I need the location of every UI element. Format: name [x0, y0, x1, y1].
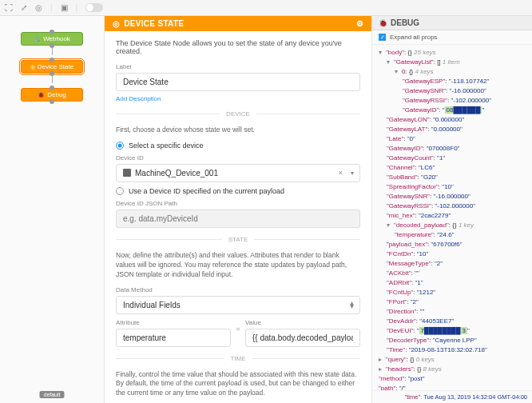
device-help: First, choose a device whose state we wi… [116, 126, 360, 135]
top-toolbar: ⛶ ⤢ ◎ | ▣ | [0, 0, 532, 16]
node-webhook[interactable]: ⚓Webhook [21, 32, 83, 46]
radio-specific-device[interactable]: Select a specific device [116, 142, 360, 150]
debug-tree[interactable]: ▾"body": {} 25 keys ▾"GatewayList": [] 1… [372, 45, 532, 390]
state-help: Now, define the attribute(s) and their v… [116, 251, 360, 280]
device-id-select[interactable]: MachineQ_Device_001 × ▾ [116, 164, 360, 182]
data-method-select[interactable]: Individual Fields ▴▾ [116, 296, 360, 314]
preview-toggle[interactable] [85, 3, 103, 12]
json-path-label: Device ID JSON Path [116, 200, 360, 207]
target-icon[interactable]: ◎ [35, 3, 42, 12]
device-icon [123, 169, 131, 177]
radio-payload-device[interactable]: Use a Device ID specified on the current… [116, 187, 360, 195]
add-description-link[interactable]: Add Description [116, 95, 161, 102]
panel-icon[interactable]: ▣ [61, 3, 68, 12]
value-input[interactable] [245, 329, 360, 347]
panel-header: ◎DEVICE STATE ⚙ [105, 16, 371, 31]
label-input[interactable] [116, 73, 360, 91]
data-method-label: Data Method [116, 286, 360, 293]
equals-sign: = [231, 319, 245, 347]
device-id-label: Device ID [116, 154, 360, 162]
panel-description: The Device State Node allows you to set … [116, 39, 360, 55]
checkbox-icon[interactable]: ✓ [379, 34, 386, 41]
debug-timestamp: "time": Tue Aug 13, 2019 14:32:04 GMT-04… [372, 390, 532, 403]
workflow-canvas[interactable]: ⚓Webhook ◎Device State 🐞Debug default [0, 16, 104, 403]
gear-icon[interactable]: ⚙ [356, 19, 363, 28]
chevron-down-icon[interactable]: ▾ [351, 170, 354, 177]
expand-icon[interactable]: ⤢ [21, 3, 27, 12]
label-field-label: Label [116, 63, 360, 70]
value-label: Value [245, 319, 360, 326]
clear-icon[interactable]: × [339, 169, 343, 177]
attribute-input[interactable] [116, 329, 231, 347]
bug-icon: 🐞 [379, 19, 387, 27]
attribute-label: Attribute [116, 319, 231, 326]
debug-panel: 🐞DEBUG ✓Expand all props ▾"body": {} 25 … [372, 16, 532, 403]
json-path-input [116, 209, 360, 228]
expand-all-props[interactable]: ✓Expand all props [372, 30, 532, 45]
time-divider: TIME [116, 355, 360, 362]
state-divider: STATE [116, 236, 360, 243]
debug-header: 🐞DEBUG [372, 16, 532, 30]
properties-panel: ◎DEVICE STATE ⚙ The Device State Node al… [104, 16, 372, 403]
node-device-state[interactable]: ◎Device State [21, 60, 83, 74]
time-help: Finally, control the time value that sho… [116, 370, 360, 399]
crop-icon[interactable]: ⛶ [5, 3, 13, 12]
device-divider: DEVICE [116, 110, 360, 118]
node-debug[interactable]: 🐞Debug [21, 88, 83, 102]
updown-icon[interactable]: ▴▾ [350, 301, 354, 308]
default-badge: default [39, 391, 64, 398]
